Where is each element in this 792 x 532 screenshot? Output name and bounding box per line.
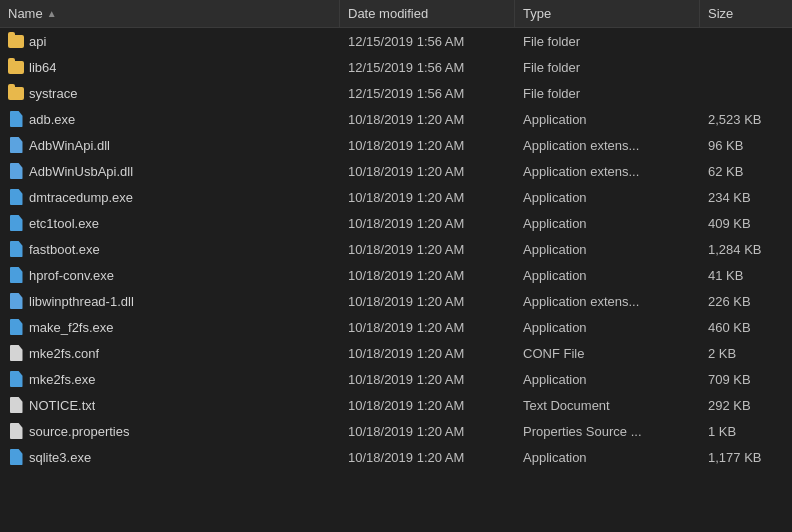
table-row[interactable]: hprof-conv.exe10/18/2019 1:20 AMApplicat… <box>0 262 792 288</box>
filename-text: make_f2fs.exe <box>29 320 114 335</box>
cell-name: adb.exe <box>0 106 340 132</box>
cell-date: 10/18/2019 1:20 AM <box>340 366 515 392</box>
cell-size: 226 KB <box>700 288 792 314</box>
filename-text: dmtracedump.exe <box>29 190 133 205</box>
filename-text: AdbWinUsbApi.dll <box>29 164 133 179</box>
dll-icon <box>8 137 24 153</box>
cell-type: Application extens... <box>515 158 700 184</box>
column-header: Name ▲ Date modified Type Size <box>0 0 792 28</box>
cell-size: 1 KB <box>700 418 792 444</box>
cell-name: mke2fs.conf <box>0 340 340 366</box>
cell-name: NOTICE.txt <box>0 392 340 418</box>
cell-name: dmtracedump.exe <box>0 184 340 210</box>
cell-size: 709 KB <box>700 366 792 392</box>
cell-date: 10/18/2019 1:20 AM <box>340 340 515 366</box>
folder-icon <box>8 33 24 49</box>
cell-date: 10/18/2019 1:20 AM <box>340 236 515 262</box>
filename-text: libwinpthread-1.dll <box>29 294 134 309</box>
dll-icon <box>8 163 24 179</box>
table-row[interactable]: source.properties10/18/2019 1:20 AMPrope… <box>0 418 792 444</box>
col-header-size[interactable]: Size <box>700 0 792 27</box>
col-header-date[interactable]: Date modified <box>340 0 515 27</box>
file-icon <box>8 397 24 413</box>
cell-size: 292 KB <box>700 392 792 418</box>
folder-icon <box>8 59 24 75</box>
table-row[interactable]: systrace12/15/2019 1:56 AMFile folder <box>0 80 792 106</box>
cell-size: 96 KB <box>700 132 792 158</box>
cell-type: Application <box>515 444 700 470</box>
cell-name: lib64 <box>0 54 340 80</box>
cell-date: 10/18/2019 1:20 AM <box>340 288 515 314</box>
file-list: api12/15/2019 1:56 AMFile folderlib6412/… <box>0 28 792 532</box>
exe-icon <box>8 449 24 465</box>
cell-name: fastboot.exe <box>0 236 340 262</box>
table-row[interactable]: adb.exe10/18/2019 1:20 AMApplication2,52… <box>0 106 792 132</box>
cell-date: 10/18/2019 1:20 AM <box>340 262 515 288</box>
cell-date: 12/15/2019 1:56 AM <box>340 80 515 106</box>
cell-name: mke2fs.exe <box>0 366 340 392</box>
file-explorer: Name ▲ Date modified Type Size api12/15/… <box>0 0 792 532</box>
cell-size: 460 KB <box>700 314 792 340</box>
filename-text: NOTICE.txt <box>29 398 95 413</box>
filename-text: api <box>29 34 46 49</box>
cell-size <box>700 54 792 80</box>
table-row[interactable]: mke2fs.exe10/18/2019 1:20 AMApplication7… <box>0 366 792 392</box>
exe-icon <box>8 319 24 335</box>
cell-size: 409 KB <box>700 210 792 236</box>
table-row[interactable]: sqlite3.exe10/18/2019 1:20 AMApplication… <box>0 444 792 470</box>
cell-size: 1,177 KB <box>700 444 792 470</box>
filename-text: mke2fs.conf <box>29 346 99 361</box>
cell-name: api <box>0 28 340 54</box>
cell-date: 10/18/2019 1:20 AM <box>340 210 515 236</box>
cell-date: 10/18/2019 1:20 AM <box>340 392 515 418</box>
file-icon <box>8 423 24 439</box>
table-row[interactable]: lib6412/15/2019 1:56 AMFile folder <box>0 54 792 80</box>
filename-text: mke2fs.exe <box>29 372 95 387</box>
table-row[interactable]: make_f2fs.exe10/18/2019 1:20 AMApplicati… <box>0 314 792 340</box>
filename-text: AdbWinApi.dll <box>29 138 110 153</box>
table-row[interactable]: AdbWinApi.dll10/18/2019 1:20 AMApplicati… <box>0 132 792 158</box>
cell-type: CONF File <box>515 340 700 366</box>
dll-icon <box>8 293 24 309</box>
table-row[interactable]: mke2fs.conf10/18/2019 1:20 AMCONF File2 … <box>0 340 792 366</box>
file-icon <box>8 345 24 361</box>
cell-date: 12/15/2019 1:56 AM <box>340 54 515 80</box>
cell-name: systrace <box>0 80 340 106</box>
cell-type: Application <box>515 366 700 392</box>
exe-icon <box>8 241 24 257</box>
cell-name: AdbWinUsbApi.dll <box>0 158 340 184</box>
col-header-type[interactable]: Type <box>515 0 700 27</box>
exe-icon <box>8 215 24 231</box>
table-row[interactable]: dmtracedump.exe10/18/2019 1:20 AMApplica… <box>0 184 792 210</box>
cell-type: Application <box>515 314 700 340</box>
cell-size <box>700 28 792 54</box>
cell-size: 62 KB <box>700 158 792 184</box>
col-size-label: Size <box>708 6 733 21</box>
cell-type: Application extens... <box>515 132 700 158</box>
table-row[interactable]: NOTICE.txt10/18/2019 1:20 AMText Documen… <box>0 392 792 418</box>
table-row[interactable]: api12/15/2019 1:56 AMFile folder <box>0 28 792 54</box>
col-name-label: Name <box>8 6 43 21</box>
cell-type: Application <box>515 262 700 288</box>
table-row[interactable]: etc1tool.exe10/18/2019 1:20 AMApplicatio… <box>0 210 792 236</box>
cell-name: libwinpthread-1.dll <box>0 288 340 314</box>
cell-type: Application <box>515 184 700 210</box>
filename-text: etc1tool.exe <box>29 216 99 231</box>
filename-text: adb.exe <box>29 112 75 127</box>
filename-text: sqlite3.exe <box>29 450 91 465</box>
exe-icon <box>8 111 24 127</box>
table-row[interactable]: AdbWinUsbApi.dll10/18/2019 1:20 AMApplic… <box>0 158 792 184</box>
col-header-name[interactable]: Name ▲ <box>0 0 340 27</box>
cell-size <box>700 80 792 106</box>
cell-type: Properties Source ... <box>515 418 700 444</box>
table-row[interactable]: libwinpthread-1.dll10/18/2019 1:20 AMApp… <box>0 288 792 314</box>
col-date-label: Date modified <box>348 6 428 21</box>
cell-type: File folder <box>515 28 700 54</box>
filename-text: source.properties <box>29 424 129 439</box>
cell-type: Application <box>515 106 700 132</box>
cell-type: Application <box>515 210 700 236</box>
cell-type: Application extens... <box>515 288 700 314</box>
table-row[interactable]: fastboot.exe10/18/2019 1:20 AMApplicatio… <box>0 236 792 262</box>
cell-type: File folder <box>515 54 700 80</box>
cell-name: sqlite3.exe <box>0 444 340 470</box>
